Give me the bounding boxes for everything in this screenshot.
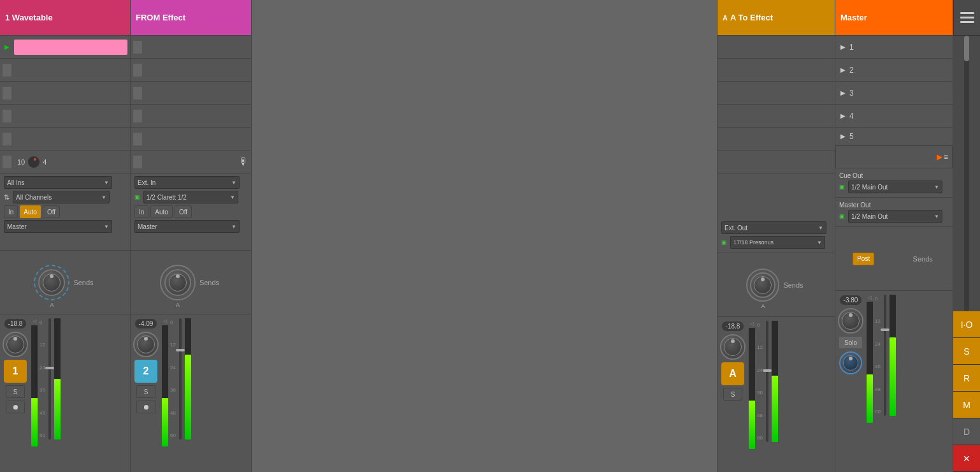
trackA-meter-left (749, 328, 755, 449)
s-icon[interactable]: S (953, 338, 980, 365)
track2-number-btn[interactable]: 2 (134, 360, 157, 383)
track2-slot-4 (133, 110, 142, 122)
trackA-sends-label: Sends (783, 281, 803, 289)
track2-clip-slots (131, 36, 251, 151)
trackA-fader-group: ◁ 0 12 24 36 48 60 (748, 321, 779, 468)
io-icon[interactable]: I·O (953, 311, 980, 338)
track1-monitor-auto[interactable]: Auto (20, 205, 41, 218)
track1-left-controls: -18.8 1 S ⏺ (3, 318, 28, 413)
master-volume-knob[interactable] (838, 308, 863, 334)
track2-monitor-in[interactable]: In (134, 205, 148, 218)
trackA-sends-knob[interactable] (750, 272, 775, 298)
track1-monitor-icon[interactable]: ⏺ (6, 401, 25, 413)
track1-volume-knob[interactable] (3, 332, 28, 357)
m-icon[interactable]: M (953, 392, 980, 418)
track1-clip-2[interactable] (0, 59, 130, 82)
track1-sends-knob-container: A (34, 265, 69, 300)
track1-header: 1 Wavetable (0, 0, 130, 36)
track1-fader-handle[interactable] (45, 367, 54, 369)
track2-clip-3[interactable] (131, 82, 251, 105)
master-cue-out-dropdown[interactable]: 1/2 Main Out ▼ (848, 181, 942, 193)
track2-clip-4[interactable] (131, 105, 251, 128)
track2-s-btn[interactable]: S (136, 385, 155, 398)
track2-sends-knob[interactable] (164, 269, 191, 296)
master-slot-4[interactable]: ▶ 4 (835, 105, 953, 128)
master-slot-1[interactable]: ▶ 1 (835, 36, 953, 59)
trackA-fader-section: -18.8 A S ◁ 0 12 (717, 317, 835, 472)
track1-clip-3[interactable] (0, 82, 130, 105)
track2-monitor-auto[interactable]: Auto (150, 205, 173, 218)
hamburger-icon (960, 12, 974, 24)
track1-num-val: 10 (13, 158, 25, 166)
master-solo-btn[interactable]: Solo (839, 336, 863, 349)
master-fader-track[interactable] (882, 295, 888, 416)
master-fader-handle[interactable] (881, 328, 890, 331)
track2-channel-row: ▣ 1/2 Clarett 1/2 ▼ (134, 191, 247, 203)
track1-sends-knob[interactable] (38, 269, 65, 296)
trackA-fader-track[interactable] (764, 321, 770, 442)
track1-channel-dropdown[interactable]: All Channels ▼ (13, 191, 110, 203)
track2-fader-handle[interactable] (176, 349, 185, 351)
track2-clip-1[interactable] (131, 36, 251, 59)
track2-clip-5[interactable] (131, 128, 251, 151)
track1-play-btn[interactable]: ▶ (3, 43, 11, 52)
master-post-btn[interactable]: Post (853, 253, 874, 265)
track2-fader-track[interactable] (177, 318, 184, 439)
master-header: Master (835, 0, 953, 36)
trackA-letter-btn[interactable]: A (721, 362, 744, 385)
trackA-num-row (717, 151, 835, 173)
master-slot-3[interactable]: ▶ 3 (835, 82, 953, 105)
trackA-output-row: Ext. Out ▼ (721, 221, 831, 234)
r-icon[interactable]: R (953, 365, 980, 392)
track1-monitor-in[interactable]: In (4, 205, 18, 218)
track1-clip-active[interactable]: ▶ (0, 36, 130, 59)
track1-monitor-off[interactable]: Off (43, 205, 60, 218)
track2-num-row: 🎙 (131, 151, 251, 173)
master-volume-label: -3.80 (839, 295, 863, 306)
track1-num-4: 4 (43, 158, 47, 166)
master-stop-launch[interactable]: ▶ ≡ (835, 145, 953, 168)
trackA-output-dropdown[interactable]: Ext. Out ▼ (721, 221, 826, 234)
track1-clip-5[interactable] (0, 128, 130, 151)
trackA-clip-1[interactable] (717, 36, 835, 59)
master-headphone-knob[interactable] (839, 351, 862, 374)
trackA-clip-2[interactable] (717, 59, 835, 82)
svg-rect-0 (960, 12, 974, 14)
scrollbar-area[interactable] (953, 36, 980, 311)
track1-output-dropdown[interactable]: Master ▼ (4, 220, 112, 233)
trackA-clip-5[interactable] (717, 128, 835, 151)
trackA-clip-3[interactable] (717, 82, 835, 105)
master-slot-5[interactable]: ▶ 5 (835, 128, 953, 145)
master-out-dropdown[interactable]: 1/2 Main Out ▼ (848, 210, 942, 223)
track2-volume-knob[interactable] (133, 332, 159, 357)
scrollbar-thumb[interactable] (964, 36, 969, 61)
track1-input-dropdown[interactable]: All Ins ▼ (4, 176, 112, 189)
hamburger-btn[interactable] (953, 0, 980, 36)
trackA-clip-4[interactable] (717, 105, 835, 128)
d-icon[interactable]: D (953, 418, 980, 445)
master-slot-2[interactable]: ▶ 2 (835, 59, 953, 82)
track2-clip-2[interactable] (131, 59, 251, 82)
track1-knob-small[interactable] (27, 155, 41, 169)
master-meter-left (867, 302, 873, 423)
track1-clip-block[interactable] (14, 40, 127, 55)
track1-clip-4[interactable] (0, 105, 130, 128)
trackA-channel-dropdown[interactable]: 17/18 Presonus ▼ (730, 236, 825, 249)
trackA-volume-knob[interactable] (720, 334, 746, 360)
scrollbar-track[interactable] (964, 36, 969, 311)
track1-fader-track[interactable] (47, 318, 53, 439)
track2-knob-label: A (176, 302, 180, 308)
x-icon[interactable]: ✕ (953, 445, 980, 472)
track2-output-dropdown[interactable]: Master ▼ (134, 220, 240, 233)
track1-s-btn[interactable]: S (6, 385, 25, 398)
track1-number-btn[interactable]: 1 (4, 360, 27, 383)
master-fader-group: ◁ 0 12 24 36 48 60 (866, 295, 897, 468)
trackA-title: A To Effect (730, 13, 773, 22)
track2-monitor-off[interactable]: Off (175, 205, 192, 218)
track2-channel-dropdown[interactable]: 1/2 Clarett 1/2 ▼ (143, 191, 238, 203)
track2-monitor-icon[interactable]: ⏺ (136, 401, 155, 413)
trackA-fader-handle[interactable] (763, 369, 772, 372)
track2-monitor-row: In Auto Off (134, 205, 247, 218)
track2-input-dropdown[interactable]: Ext. In ▼ (134, 176, 240, 189)
trackA-s-btn[interactable]: S (723, 388, 742, 401)
